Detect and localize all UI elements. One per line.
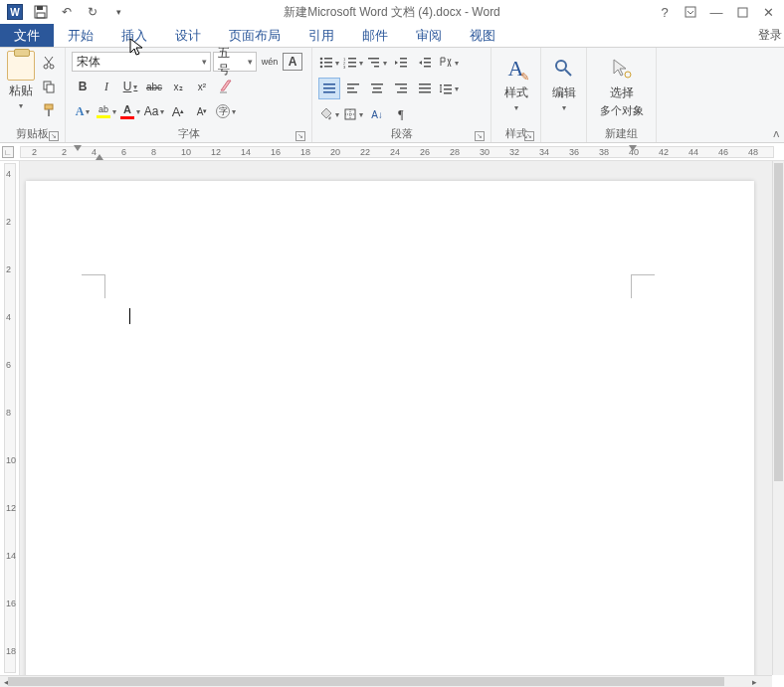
align-right-button[interactable] [390, 78, 412, 99]
scroll-right-icon[interactable]: ▸ [748, 676, 760, 687]
underline-button[interactable]: U [119, 76, 141, 97]
line-spacing-button[interactable] [438, 78, 460, 99]
increase-indent-button[interactable] [414, 52, 436, 74]
word-icon: W [4, 1, 26, 23]
subscript-button[interactable]: x₂ [167, 76, 189, 97]
cut-icon[interactable] [39, 53, 59, 73]
bullets-button[interactable] [318, 52, 340, 74]
tab-design[interactable]: 设计 [161, 24, 215, 47]
group-editing: 编辑 ▾ [541, 48, 587, 142]
bold-button[interactable]: B [72, 76, 94, 97]
svg-point-55 [625, 72, 631, 78]
margin-corner-tl [82, 274, 105, 298]
align-justify-button[interactable] [318, 78, 340, 99]
help-icon[interactable]: ? [655, 2, 675, 22]
sort-button[interactable]: A↓ [366, 103, 388, 125]
document-page[interactable] [26, 181, 754, 687]
tab-view[interactable]: 视图 [456, 24, 509, 47]
svg-rect-23 [368, 58, 379, 60]
quick-access-toolbar: W ↶ ↻ ▾ [0, 1, 129, 23]
save-icon[interactable] [30, 1, 52, 23]
font-dialog-launcher[interactable]: ↘ [295, 131, 305, 141]
tab-selector[interactable]: ∟ [2, 146, 14, 158]
paste-icon [7, 51, 35, 81]
character-border-button[interactable]: A [283, 53, 302, 71]
decrease-indent-button[interactable] [390, 52, 412, 74]
svg-rect-1 [37, 6, 43, 10]
tab-mailings[interactable]: 邮件 [348, 24, 402, 47]
undo-icon[interactable]: ↶ [56, 1, 78, 23]
enclose-characters-button[interactable]: 字 [215, 100, 237, 122]
horizontal-scroll-thumb[interactable] [8, 677, 724, 686]
ribbon-options-icon[interactable] [681, 2, 700, 22]
tab-review[interactable]: 审阅 [402, 24, 456, 47]
document-area: 4224681012141618 [0, 161, 772, 675]
svg-rect-3 [686, 7, 695, 17]
vertical-ruler[interactable]: 4224681012141618 [0, 161, 20, 675]
shading-button[interactable] [318, 103, 340, 125]
styles-button[interactable]: A✎ 样式 ▾ [497, 51, 534, 112]
shrink-font-button[interactable]: A▾ [191, 100, 213, 122]
styles-dialog-launcher[interactable]: ↘ [524, 131, 534, 141]
format-painter-icon[interactable] [39, 100, 59, 120]
font-size-combo[interactable]: 五号 [213, 52, 257, 72]
font-color-button[interactable]: A [119, 100, 141, 122]
strikethrough-button[interactable]: abc [143, 76, 165, 97]
paste-button[interactable]: 粘贴 ▾ [6, 51, 36, 110]
group-styles: A✎ 样式 ▾ 样式↘ [491, 48, 541, 142]
svg-rect-30 [424, 62, 431, 64]
change-case-button[interactable]: Aa [143, 100, 165, 122]
align-distribute-button[interactable] [414, 78, 436, 99]
tab-file[interactable]: 文件 [0, 24, 54, 47]
first-line-indent-icon[interactable] [96, 154, 103, 160]
vertical-scroll-thumb[interactable] [774, 163, 783, 481]
align-left-button[interactable] [342, 78, 364, 99]
font-name-combo[interactable]: 宋体 [72, 52, 211, 72]
svg-point-53 [556, 61, 566, 71]
collapse-ribbon-icon[interactable]: ʌ [773, 127, 780, 140]
asian-layout-button[interactable] [438, 52, 460, 74]
group-label-new: 新建组 [593, 126, 650, 142]
svg-rect-2 [37, 13, 45, 18]
grow-font-button[interactable]: A▴ [167, 100, 189, 122]
vertical-scrollbar[interactable] [772, 161, 784, 675]
right-indent-icon[interactable] [629, 145, 637, 151]
tab-layout[interactable]: 页面布局 [215, 24, 294, 47]
svg-text:3: 3 [343, 65, 346, 69]
superscript-button[interactable]: x² [191, 76, 213, 97]
group-label-font: 字体↘ [72, 126, 305, 142]
maximize-icon[interactable] [732, 2, 752, 22]
minimize-icon[interactable]: — [706, 2, 726, 22]
align-center-button[interactable] [366, 78, 388, 99]
svg-rect-36 [347, 87, 354, 89]
tab-insert[interactable]: 插入 [107, 24, 161, 47]
horizontal-scrollbar[interactable]: ◂ ▸ [0, 675, 772, 687]
svg-rect-48 [444, 88, 452, 90]
svg-rect-26 [400, 58, 407, 60]
clear-formatting-button[interactable] [215, 76, 237, 97]
repeat-icon[interactable]: ↻ [82, 1, 103, 23]
italic-button[interactable]: I [96, 76, 117, 97]
paragraph-dialog-launcher[interactable]: ↘ [475, 131, 485, 141]
select-objects-button[interactable]: 选择 多个对象 [593, 51, 650, 118]
tab-references[interactable]: 引用 [294, 24, 348, 47]
numbering-button[interactable]: 123 [342, 52, 364, 74]
horizontal-ruler[interactable]: ∟ 22468101214161820222426283032343638404… [0, 143, 784, 161]
copy-icon[interactable] [39, 77, 59, 96]
borders-button[interactable] [342, 103, 364, 125]
sign-in-link[interactable]: 登录 [758, 27, 782, 44]
close-icon[interactable]: ✕ [758, 2, 778, 22]
text-effects-button[interactable]: A [72, 100, 94, 122]
tab-home[interactable]: 开始 [54, 24, 107, 47]
svg-rect-12 [324, 58, 332, 60]
margin-corner-tr [631, 274, 655, 298]
highlight-button[interactable]: ab [96, 100, 117, 122]
clipboard-dialog-launcher[interactable]: ↘ [49, 131, 59, 141]
phonetic-guide-button[interactable]: wén [259, 51, 281, 73]
qat-customize-icon[interactable]: ▾ [107, 1, 129, 23]
svg-rect-43 [397, 91, 407, 93]
multilevel-list-button[interactable] [366, 52, 388, 74]
show-marks-button[interactable]: ¶ [390, 103, 412, 125]
hanging-indent-icon[interactable] [74, 145, 82, 151]
editing-button[interactable]: 编辑 ▾ [547, 51, 580, 112]
